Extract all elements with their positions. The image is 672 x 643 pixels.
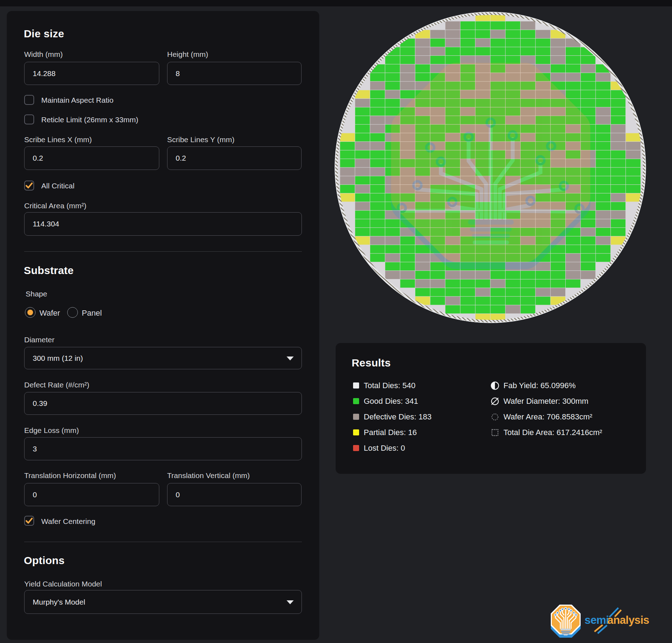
svg-text:analysis: analysis xyxy=(607,614,649,626)
svg-text:semi: semi xyxy=(585,614,609,626)
